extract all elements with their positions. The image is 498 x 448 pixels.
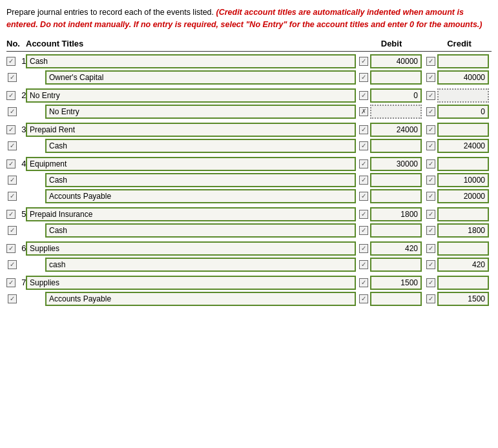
debit-checkbox-7-2[interactable] bbox=[359, 294, 368, 303]
debit-input-3-1[interactable] bbox=[370, 123, 422, 137]
title-input-7-2[interactable] bbox=[45, 292, 356, 306]
debit-checkbox-2-1[interactable] bbox=[359, 91, 368, 100]
debit-checkbox-5-2[interactable] bbox=[359, 226, 368, 235]
debit-checkbox-1-2[interactable] bbox=[359, 73, 368, 82]
debit-input-7-1[interactable] bbox=[370, 276, 422, 290]
credit-input-2-1[interactable] bbox=[437, 88, 489, 103]
debit-input-4-2[interactable] bbox=[370, 173, 422, 187]
credit-checkbox-3-1[interactable] bbox=[426, 125, 435, 134]
credit-input-6-2[interactable] bbox=[437, 258, 489, 272]
title-wrap-4-1 bbox=[26, 157, 356, 171]
debit-checkbox-4-2[interactable] bbox=[359, 176, 368, 185]
title-input-3-2[interactable] bbox=[45, 139, 356, 153]
checkbox-7-2[interactable] bbox=[8, 294, 17, 303]
title-input-1-1[interactable] bbox=[26, 54, 356, 68]
credit-input-7-2[interactable] bbox=[437, 292, 489, 306]
credit-checkbox-4-1[interactable] bbox=[426, 159, 435, 168]
debit-checkbox-7-1[interactable] bbox=[359, 278, 368, 287]
checkbox-6-2[interactable] bbox=[8, 260, 17, 269]
title-input-5-2[interactable] bbox=[45, 223, 356, 238]
debit-checkbox-5-1[interactable] bbox=[359, 210, 368, 219]
title-input-7-1[interactable] bbox=[26, 276, 356, 290]
credit-input-3-1[interactable] bbox=[437, 123, 489, 137]
title-input-6-2[interactable] bbox=[45, 258, 356, 272]
credit-input-6-1[interactable] bbox=[437, 241, 489, 256]
debit-input-5-2[interactable] bbox=[370, 223, 422, 238]
credit-checkbox-6-2[interactable] bbox=[426, 260, 435, 269]
credit-checkbox-2-1[interactable] bbox=[426, 91, 435, 100]
credit-checkbox-1-2[interactable] bbox=[426, 73, 435, 82]
credit-checkbox-4-2[interactable] bbox=[426, 176, 435, 185]
debit-checkbox-2-2[interactable] bbox=[359, 107, 368, 116]
debit-input-7-2[interactable] bbox=[370, 292, 422, 306]
checkbox-3-2[interactable] bbox=[8, 141, 17, 150]
credit-checkbox-1-1[interactable] bbox=[426, 57, 435, 66]
debit-input-1-1[interactable] bbox=[370, 54, 422, 68]
credit-input-4-1[interactable] bbox=[437, 157, 489, 171]
debit-wrap-2-1 bbox=[356, 88, 427, 103]
credit-checkbox-6-1[interactable] bbox=[426, 244, 435, 253]
debit-checkbox-4-3[interactable] bbox=[359, 192, 368, 201]
credit-checkbox-5-1[interactable] bbox=[426, 210, 435, 219]
debit-input-6-1[interactable] bbox=[370, 241, 422, 256]
title-input-4-3[interactable] bbox=[45, 189, 356, 203]
entry-row-6-2 bbox=[6, 258, 492, 272]
debit-input-1-2[interactable] bbox=[370, 70, 422, 85]
title-input-4-2[interactable] bbox=[45, 173, 356, 187]
credit-checkbox-2-2[interactable] bbox=[426, 107, 435, 116]
debit-input-6-2[interactable] bbox=[370, 258, 422, 272]
credit-checkbox-3-2[interactable] bbox=[426, 141, 435, 150]
title-input-3-1[interactable] bbox=[26, 123, 356, 137]
debit-checkbox-3-1[interactable] bbox=[359, 125, 368, 134]
credit-checkbox-5-2[interactable] bbox=[426, 226, 435, 235]
debit-input-2-2[interactable] bbox=[370, 105, 422, 119]
title-input-4-1[interactable] bbox=[26, 157, 356, 171]
title-input-2-1[interactable] bbox=[26, 88, 356, 103]
debit-wrap-5-1 bbox=[356, 207, 427, 221]
checkbox-1-1[interactable] bbox=[6, 57, 16, 66]
checkbox-5-1[interactable] bbox=[6, 210, 16, 219]
debit-input-5-1[interactable] bbox=[370, 207, 422, 221]
credit-input-2-2[interactable] bbox=[437, 105, 489, 119]
entry-row-2-2 bbox=[6, 105, 492, 119]
credit-checkbox-7-1[interactable] bbox=[426, 278, 435, 287]
checkbox-3-1[interactable] bbox=[6, 125, 16, 134]
credit-checkbox-4-3[interactable] bbox=[426, 192, 435, 201]
title-input-5-1[interactable] bbox=[26, 207, 356, 221]
debit-wrap-4-2 bbox=[356, 173, 427, 187]
entry-row-2-1: 2. bbox=[6, 88, 492, 103]
checkbox-7-1[interactable] bbox=[6, 278, 16, 287]
debit-checkbox-6-2[interactable] bbox=[359, 260, 368, 269]
title-input-6-1[interactable] bbox=[26, 241, 356, 256]
debit-input-4-3[interactable] bbox=[370, 189, 422, 203]
credit-input-5-1[interactable] bbox=[437, 207, 489, 221]
credit-input-3-2[interactable] bbox=[437, 139, 489, 153]
header-credit: Credit bbox=[427, 39, 492, 48]
debit-wrap-3-1 bbox=[356, 123, 427, 137]
header-no: No. bbox=[6, 39, 26, 48]
debit-input-2-1[interactable] bbox=[370, 88, 422, 103]
title-input-1-2[interactable] bbox=[45, 70, 356, 85]
credit-input-4-2[interactable] bbox=[437, 173, 489, 187]
credit-checkbox-7-2[interactable] bbox=[426, 294, 435, 303]
checkbox-6-1[interactable] bbox=[6, 244, 16, 253]
checkbox-4-3[interactable] bbox=[8, 192, 17, 201]
checkbox-4-1[interactable] bbox=[6, 159, 16, 168]
debit-checkbox-4-1[interactable] bbox=[359, 159, 368, 168]
title-input-2-2[interactable] bbox=[45, 105, 356, 119]
checkbox-4-2[interactable] bbox=[8, 176, 17, 185]
checkbox-5-2[interactable] bbox=[8, 226, 17, 235]
checkbox-2-2[interactable] bbox=[8, 107, 17, 116]
debit-checkbox-6-1[interactable] bbox=[359, 244, 368, 253]
debit-input-3-2[interactable] bbox=[370, 139, 422, 153]
credit-input-5-2[interactable] bbox=[437, 223, 489, 238]
checkbox-1-2[interactable] bbox=[8, 73, 17, 82]
debit-checkbox-1-1[interactable] bbox=[359, 57, 368, 66]
credit-input-1-1[interactable] bbox=[437, 54, 489, 68]
debit-checkbox-3-2[interactable] bbox=[359, 141, 368, 150]
debit-input-4-1[interactable] bbox=[370, 157, 422, 171]
credit-input-4-3[interactable] bbox=[437, 189, 489, 203]
credit-input-7-1[interactable] bbox=[437, 276, 489, 290]
credit-input-1-2[interactable] bbox=[437, 70, 489, 85]
checkbox-2-1[interactable] bbox=[6, 91, 16, 100]
